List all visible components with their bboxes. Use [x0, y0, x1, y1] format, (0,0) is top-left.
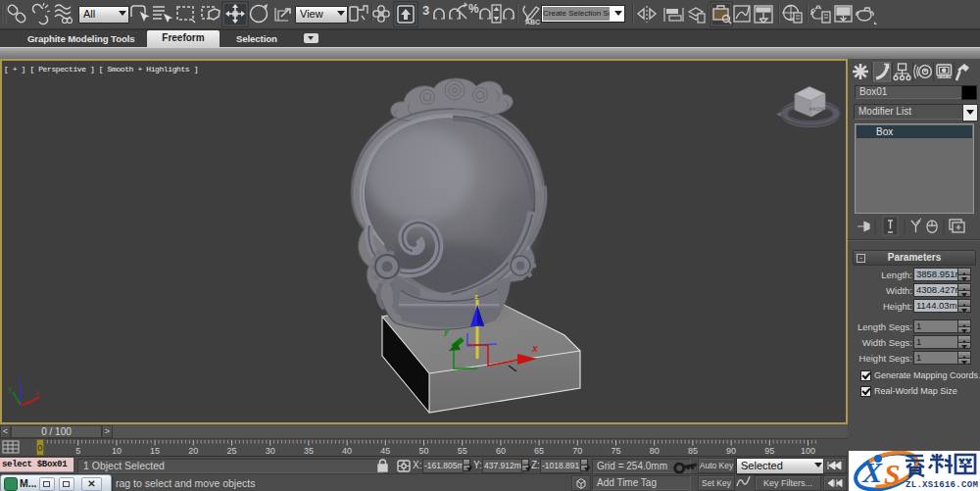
svg-text:45: 45: [380, 446, 390, 456]
svg-text:FRONT: FRONT: [808, 105, 828, 112]
svg-text:80: 80: [650, 446, 660, 456]
svg-text:y: y: [8, 384, 12, 393]
svg-text:z: z: [18, 374, 22, 383]
svg-text:X: X: [861, 456, 883, 488]
svg-text:ABC: ABC: [525, 19, 540, 25]
svg-text:65: 65: [534, 446, 544, 456]
svg-text:60: 60: [496, 446, 506, 456]
svg-text:5: 5: [75, 446, 80, 456]
svg-text:50: 50: [418, 446, 428, 456]
svg-text:10: 10: [112, 446, 122, 456]
svg-text:x: x: [35, 388, 39, 397]
svg-text:30: 30: [266, 446, 275, 456]
svg-text:20: 20: [188, 446, 198, 456]
svg-text:15: 15: [150, 446, 160, 456]
svg-text:70: 70: [572, 446, 582, 456]
svg-text:y: y: [443, 326, 450, 336]
svg-text:%: %: [468, 2, 479, 16]
svg-text:75: 75: [611, 446, 620, 456]
svg-text:x: x: [531, 343, 538, 354]
svg-text:ZL.XS1616.COM: ZL.XS1616.COM: [906, 480, 978, 490]
svg-text:40: 40: [342, 446, 352, 456]
svg-text:55: 55: [458, 446, 467, 456]
svg-text:85: 85: [688, 446, 698, 456]
svg-text:z: z: [474, 292, 478, 301]
svg-text:95: 95: [764, 446, 774, 456]
svg-text:S: S: [884, 458, 901, 490]
svg-text:25: 25: [226, 446, 236, 456]
svg-text:90: 90: [726, 446, 736, 456]
svg-text:35: 35: [304, 446, 314, 456]
svg-text:100: 100: [801, 446, 815, 456]
svg-text:3: 3: [422, 3, 429, 18]
